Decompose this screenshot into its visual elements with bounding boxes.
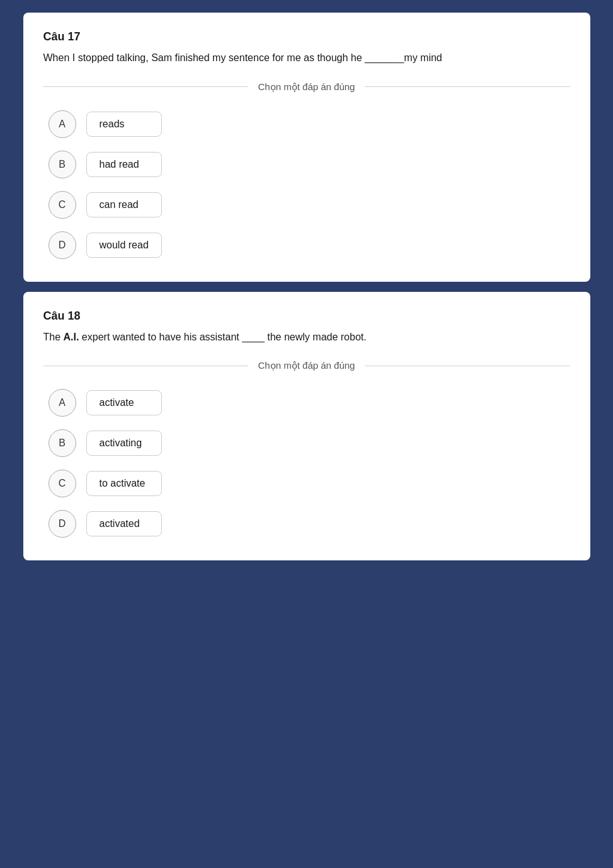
question-18-number: Câu 18 bbox=[43, 310, 570, 323]
option-17-c-box: can read bbox=[86, 192, 162, 217]
question-17-divider: Chọn một đáp án đúng bbox=[43, 81, 570, 93]
option-17-d-circle: D bbox=[49, 231, 76, 259]
option-17-b-circle: B bbox=[49, 151, 76, 178]
option-18-a-box: activate bbox=[86, 390, 162, 415]
option-17-b-box: had read bbox=[86, 152, 162, 177]
option-17-d[interactable]: D would read bbox=[49, 231, 570, 259]
option-18-d[interactable]: D activated bbox=[49, 510, 570, 538]
question-18-text: The A.I. expert wanted to have his assis… bbox=[43, 329, 570, 345]
option-17-d-box: would read bbox=[86, 233, 162, 258]
divider-label-18: Chọn một đáp án đúng bbox=[258, 360, 355, 371]
option-18-b[interactable]: B activating bbox=[49, 429, 570, 457]
question-18-card: Câu 18 The A.I. expert wanted to have hi… bbox=[23, 292, 590, 561]
option-17-a-box: reads bbox=[86, 112, 162, 137]
option-17-c[interactable]: C can read bbox=[49, 191, 570, 219]
option-17-a[interactable]: A reads bbox=[49, 110, 570, 138]
question-18-divider: Chọn một đáp án đúng bbox=[43, 360, 570, 371]
option-18-a-circle: A bbox=[49, 389, 76, 417]
divider-line-right-18 bbox=[365, 366, 570, 366]
divider-line-left-18 bbox=[43, 366, 248, 366]
option-18-b-circle: B bbox=[49, 429, 76, 457]
option-17-c-circle: C bbox=[49, 191, 76, 219]
question-17-number: Câu 17 bbox=[43, 30, 570, 43]
option-18-d-box: activated bbox=[86, 511, 162, 536]
option-17-a-circle: A bbox=[49, 110, 76, 138]
question-18-options: A activate B activating C to activate D … bbox=[43, 389, 570, 538]
option-18-c-box: to activate bbox=[86, 471, 162, 496]
question-17-card: Câu 17 When I stopped talking, Sam finis… bbox=[23, 13, 590, 282]
main-container: Câu 17 When I stopped talking, Sam finis… bbox=[23, 13, 590, 855]
option-18-a[interactable]: A activate bbox=[49, 389, 570, 417]
question-17-options: A reads B had read C can read D would re… bbox=[43, 110, 570, 259]
option-18-b-box: activating bbox=[86, 431, 162, 456]
divider-line-left bbox=[43, 86, 248, 87]
divider-label-17: Chọn một đáp án đúng bbox=[258, 81, 355, 93]
divider-line-right bbox=[365, 86, 570, 87]
option-18-c[interactable]: C to activate bbox=[49, 470, 570, 497]
option-18-d-circle: D bbox=[49, 510, 76, 538]
option-18-c-circle: C bbox=[49, 470, 76, 497]
option-17-b[interactable]: B had read bbox=[49, 151, 570, 178]
question-17-text: When I stopped talking, Sam finished my … bbox=[43, 50, 570, 66]
